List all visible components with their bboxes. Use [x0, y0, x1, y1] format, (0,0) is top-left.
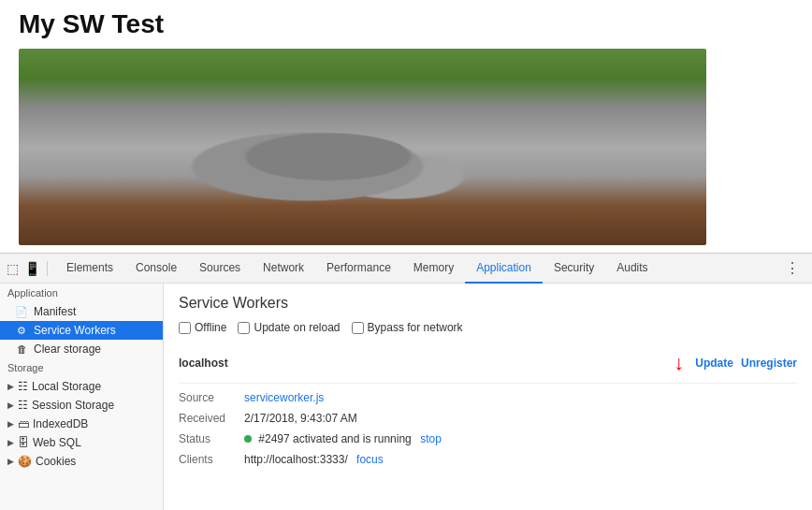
clear-storage-icon: 🗑: [15, 343, 28, 355]
sw-received-label: Received: [179, 412, 244, 425]
sidebar-item-web-sql[interactable]: ▶ 🗄 Web SQL: [0, 433, 163, 452]
session-storage-arrow: ▶: [7, 401, 14, 410]
panel-title: Service Workers: [179, 295, 797, 312]
sw-status-value: #2497 activated and is running stop: [244, 432, 442, 445]
inspect-icon[interactable]: ⬚: [5, 261, 20, 276]
bypass-network-checkbox[interactable]: [352, 322, 364, 334]
tabs-row: ⬚ 📱 Elements Console Sources Network Per…: [0, 254, 812, 284]
indexeddb-arrow: ▶: [7, 419, 14, 429]
red-arrow-icon: ↓: [674, 351, 684, 375]
webpage-area: My SW Test: [0, 0, 812, 253]
checkbox-update-on-reload[interactable]: Update on reload: [238, 321, 340, 334]
tab-elements[interactable]: Elements: [55, 254, 124, 284]
sidebar-item-service-workers[interactable]: ⚙ Service Workers: [0, 321, 163, 340]
update-on-reload-label: Update on reload: [254, 321, 340, 334]
sidebar-section-storage: Storage: [0, 358, 163, 377]
tab-security[interactable]: Security: [543, 254, 605, 284]
update-link[interactable]: Update: [695, 357, 733, 370]
devtools-panel: ⬚ 📱 Elements Console Sources Network Per…: [0, 253, 812, 510]
sidebar-item-session-storage-label: Session Storage: [32, 399, 114, 412]
tab-console[interactable]: Console: [124, 254, 188, 284]
indexeddb-icon: 🗃: [18, 417, 29, 430]
status-dot: [244, 435, 252, 443]
web-sql-arrow: ▶: [7, 438, 14, 447]
sw-clients-row: Clients http://localhost:3333/ focus: [179, 453, 797, 466]
sidebar-item-local-storage[interactable]: ▶ ☷ Local Storage: [0, 377, 163, 396]
sidebar-item-clear-storage[interactable]: 🗑 Clear storage: [0, 340, 163, 358]
sidebar-item-cookies[interactable]: ▶ 🍪 Cookies: [0, 452, 163, 471]
sidebar-item-session-storage[interactable]: ▶ ☷ Session Storage: [0, 396, 163, 415]
sw-status-row: Status #2497 activated and is running st…: [179, 432, 797, 445]
devtools-icons: ⬚ 📱: [5, 261, 48, 276]
tab-performance[interactable]: Performance: [315, 254, 402, 284]
cat-image-inner: [19, 49, 706, 245]
device-icon[interactable]: 📱: [24, 261, 39, 276]
sw-clients-value: http://localhost:3333/ focus: [244, 453, 384, 466]
sw-entry: localhost ↓ Update Unregister Source ser…: [179, 347, 797, 466]
sidebar-item-cookies-label: Cookies: [36, 455, 76, 468]
tab-audits[interactable]: Audits: [605, 254, 659, 284]
sidebar-item-web-sql-label: Web SQL: [33, 436, 81, 449]
local-storage-arrow: ▶: [7, 382, 14, 391]
local-storage-icon: ☷: [18, 380, 28, 393]
checkbox-bypass-network[interactable]: Bypass for network: [352, 321, 463, 334]
sidebar-item-manifest-label: Manifest: [34, 305, 76, 318]
sw-received-row: Received 2/17/2018, 9:43:07 AM: [179, 412, 797, 425]
tab-network[interactable]: Network: [252, 254, 315, 284]
sw-source-row: Source serviceworker.js: [179, 391, 797, 404]
devtools-content: Application 📄 Manifest ⚙ Service Workers…: [0, 284, 812, 510]
checkbox-offline[interactable]: Offline: [179, 321, 226, 334]
sw-source-value: serviceworker.js: [244, 391, 324, 404]
unregister-link[interactable]: Unregister: [741, 357, 797, 370]
sw-received-value: 2/17/2018, 9:43:07 AM: [244, 412, 357, 425]
tab-application[interactable]: Application: [465, 254, 543, 284]
sw-clients-url: http://localhost:3333/: [244, 453, 348, 466]
tab-memory[interactable]: Memory: [402, 254, 465, 284]
sidebar-item-manifest[interactable]: 📄 Manifest: [0, 302, 163, 321]
sw-status-text: #2497 activated and is running: [258, 432, 411, 445]
tab-sources[interactable]: Sources: [188, 254, 252, 284]
sw-clients-label: Clients: [179, 453, 244, 466]
sidebar-item-local-storage-label: Local Storage: [32, 380, 101, 393]
main-panel: Service Workers Offline Update on reload…: [164, 284, 812, 510]
session-storage-icon: ☷: [18, 399, 28, 412]
offline-label: Offline: [195, 321, 226, 334]
update-on-reload-checkbox[interactable]: [238, 322, 250, 334]
web-sql-icon: 🗄: [18, 436, 29, 449]
sw-host-name: localhost: [179, 357, 228, 370]
sw-actions: ↓ Update Unregister: [674, 351, 797, 375]
sidebar-item-indexeddb-label: IndexedDB: [33, 417, 88, 430]
manifest-icon: 📄: [15, 306, 28, 318]
service-workers-icon: ⚙: [15, 325, 28, 337]
offline-checkbox[interactable]: [179, 322, 191, 334]
checkbox-row: Offline Update on reload Bypass for netw…: [179, 321, 797, 334]
cookies-icon: 🍪: [18, 455, 32, 468]
bypass-network-label: Bypass for network: [368, 321, 463, 334]
focus-link[interactable]: focus: [356, 453, 384, 466]
more-tabs-button[interactable]: ⋮: [777, 255, 807, 281]
sidebar-section-application: Application: [0, 284, 163, 302]
sw-status-label: Status: [179, 432, 244, 445]
page-title: My SW Test: [19, 9, 793, 39]
sidebar-item-indexeddb[interactable]: ▶ 🗃 IndexedDB: [0, 415, 163, 433]
cookies-arrow: ▶: [7, 457, 14, 466]
sw-source-label: Source: [179, 391, 244, 404]
sidebar-item-clear-storage-label: Clear storage: [34, 342, 101, 356]
sw-host-row: localhost ↓ Update Unregister: [179, 347, 797, 384]
cat-image: [19, 49, 706, 245]
sidebar: Application 📄 Manifest ⚙ Service Workers…: [0, 284, 164, 510]
stop-link[interactable]: stop: [420, 432, 442, 445]
source-link[interactable]: serviceworker.js: [244, 391, 324, 404]
sidebar-item-service-workers-label: Service Workers: [34, 324, 116, 337]
